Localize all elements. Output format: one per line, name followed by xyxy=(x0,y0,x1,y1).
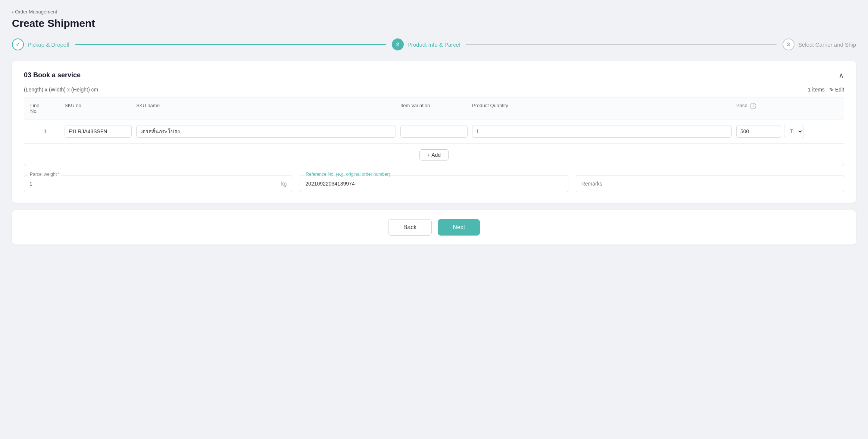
edit-button[interactable]: ✎ Edit xyxy=(829,87,844,93)
th-product-quantity: Product Quantity xyxy=(472,103,732,114)
price-info-icon: i xyxy=(750,103,756,109)
table-meta: (Length) x (Width) x (Height) cm 1 items… xyxy=(24,87,844,93)
step-1-label: Pickup & Dropoff xyxy=(28,41,69,48)
section-title: 03 Book a service xyxy=(24,71,81,79)
step-line-2 xyxy=(466,44,776,45)
table-meta-right: 1 items ✎ Edit xyxy=(808,87,844,93)
step-1-circle: ✓ xyxy=(12,38,24,50)
add-row-section: + Add xyxy=(24,144,844,166)
th-sku-name: SKU name xyxy=(136,103,396,114)
page-title: Create Shipment xyxy=(12,18,856,29)
breadcrumb-parent[interactable]: Order Management xyxy=(15,9,57,15)
edit-label: Edit xyxy=(835,87,844,93)
step-3-number: 3 xyxy=(787,41,790,47)
th-item-variation: Item Variation xyxy=(400,103,468,114)
step-2-label: Product Info & Parcel xyxy=(408,41,460,48)
table-row: 1 THB USD EUR xyxy=(24,119,844,144)
step-3: 3 Select Carrier and Ship xyxy=(783,38,856,50)
parcel-weight-wrapper: kg xyxy=(24,175,292,192)
step-3-label: Select Carrier and Ship xyxy=(798,41,856,48)
row-quantity-cell xyxy=(472,125,732,138)
bottom-fields: Parcel weight * kg Reference No. (e.g. o… xyxy=(24,175,844,192)
parcel-weight-input[interactable] xyxy=(24,175,276,192)
sku-no-input[interactable] xyxy=(65,125,132,138)
dimension-label: (Length) x (Width) x (Height) cm xyxy=(24,87,98,93)
stepper: ✓ Pickup & Dropoff 2 Product Info & Parc… xyxy=(12,38,856,50)
step-2-circle: 2 xyxy=(392,38,404,50)
weight-suffix: kg xyxy=(276,175,292,192)
table-header: Line No. SKU no. SKU name Item Variation… xyxy=(24,97,844,119)
breadcrumb: ‹ Order Management xyxy=(12,9,856,15)
price-label: Price xyxy=(736,103,747,108)
card-header: 03 Book a service ∧ xyxy=(24,71,844,79)
chevron-icon: ‹ xyxy=(12,9,13,15)
remarks-input[interactable] xyxy=(576,175,844,192)
th-price: Price i xyxy=(736,103,803,114)
checkmark-icon: ✓ xyxy=(16,41,20,47)
add-row-button[interactable]: + Add xyxy=(419,149,449,161)
product-quantity-input[interactable] xyxy=(472,125,732,138)
edit-icon: ✎ xyxy=(829,87,834,93)
th-empty xyxy=(808,103,838,114)
row-line-no: 1 xyxy=(30,128,60,134)
action-card: Back Next xyxy=(12,210,856,245)
currency-select[interactable]: THB USD EUR xyxy=(784,125,803,138)
th-sku-no: SKU no. xyxy=(65,103,132,114)
sku-name-input[interactable] xyxy=(136,125,396,138)
step-1: ✓ Pickup & Dropoff xyxy=(12,38,69,50)
remarks-group xyxy=(576,175,844,192)
next-button[interactable]: Next xyxy=(438,219,480,236)
parcel-weight-label: Parcel weight * xyxy=(28,172,61,177)
step-line-1 xyxy=(75,44,385,45)
item-variation-input[interactable] xyxy=(400,125,468,138)
row-price-cell: THB USD EUR xyxy=(736,125,803,138)
row-sku-no-cell xyxy=(65,125,132,138)
collapse-button[interactable]: ∧ xyxy=(839,72,844,79)
step-2-number: 2 xyxy=(396,41,399,47)
step-2: 2 Product Info & Parcel xyxy=(392,38,460,50)
row-sku-name-cell xyxy=(136,125,396,138)
book-service-card: 03 Book a service ∧ (Length) x (Width) x… xyxy=(12,61,856,203)
parcel-weight-group: Parcel weight * kg xyxy=(24,175,292,192)
items-count: 1 items xyxy=(808,87,825,93)
price-input[interactable] xyxy=(736,125,781,138)
reference-no-group: Reference No. (e.g. original order numbe… xyxy=(300,175,568,192)
th-line-no: Line No. xyxy=(30,103,60,114)
product-table: Line No. SKU no. SKU name Item Variation… xyxy=(24,97,844,166)
reference-no-value: 20210922034139974 xyxy=(300,175,568,192)
row-item-variation-cell xyxy=(400,125,468,138)
back-button[interactable]: Back xyxy=(388,219,432,236)
step-3-circle: 3 xyxy=(783,38,794,50)
